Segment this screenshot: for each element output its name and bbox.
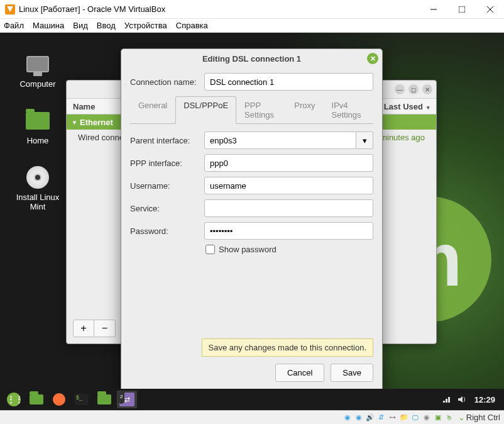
status-shared-folder-icon[interactable]: 📁 [399,413,409,423]
panel-firefox-button[interactable] [49,391,69,408]
folder-icon [30,394,43,404]
parent-interface-dropdown-button[interactable]: ▾ [356,131,373,149]
username-input[interactable] [204,177,373,194]
status-recording-icon[interactable]: ◉ [422,413,432,423]
cancel-button[interactable]: Cancel [275,364,324,382]
monitor-icon [26,56,49,72]
panel-clock[interactable]: 12:29 [469,395,500,404]
taskbar: ⋮⋮ $_ ⇄2 12:29 [0,389,504,410]
dialog-titlebar: Editing DSL connection 1 ✕ [121,49,382,68]
dialog-footer: Cancel Save [121,357,382,391]
vbox-title: Linux [Работает] - Oracle VM VirtualBox [19,4,419,14]
desktop-icon-computer[interactable]: Computer [13,52,63,89]
nc-col-last-used[interactable]: Last Used [384,102,430,111]
network-tray-icon[interactable] [442,394,452,404]
save-button[interactable]: Save [331,364,373,382]
parent-interface-label: Parent interface: [130,136,204,145]
service-input[interactable] [204,199,373,217]
tabs: General DSL/PPPoE PPP Settings Proxy IPv… [130,96,373,124]
dialog-title: Editing DSL connection 1 [202,54,301,64]
cd-icon [26,166,49,189]
menu-help[interactable]: Справка [176,21,208,30]
status-cpu-icon[interactable]: ▣ [433,413,443,423]
nc-add-button[interactable]: + [73,320,94,337]
guest-screen: m Computer Home Install Linux Mint — ◻ ✕… [0,33,504,410]
sort-desc-icon [425,102,430,111]
desktop-label: Install Linux Mint [13,192,63,211]
nc-close-icon[interactable]: ✕ [422,84,432,94]
network-settings-icon: ⇄2 [119,393,134,406]
tab-ppp-settings[interactable]: PPP Settings [236,96,286,124]
ppp-interface-label: PPP interface: [130,159,204,168]
connection-name-input[interactable] [204,73,373,91]
nc-footer: + − [73,320,116,337]
nc-row-last: minutes ago [380,133,425,142]
panel-files2-button[interactable] [94,391,114,408]
status-optical-icon[interactable]: ◉ [354,413,364,423]
panel-files-button[interactable] [26,391,47,408]
status-mouse-icon[interactable]: 🖰 [444,413,454,423]
status-hdd-icon[interactable]: ◉ [342,413,353,423]
menu-devices[interactable]: Устройства [124,21,167,30]
nc-maximize-icon[interactable]: ◻ [408,84,419,94]
panel-network-button[interactable]: ⇄2 [117,391,137,408]
status-network-icon[interactable]: ⇵ [376,413,386,423]
username-label: Username: [130,181,204,191]
folder-icon [26,112,50,130]
svg-rect-1 [459,6,465,13]
minimize-button[interactable] [419,0,447,19]
desktop-icon-home[interactable]: Home [13,108,63,145]
status-usb-icon[interactable]: ⊶ [388,413,398,423]
nc-remove-button[interactable]: − [94,320,116,337]
status-audio-icon[interactable]: 🔊 [365,413,375,423]
vbox-menubar: Файл Машина Вид Ввод Устройства Справка [0,19,504,33]
terminal-icon: $_ [75,394,89,405]
dialog-close-icon[interactable]: ✕ [367,53,378,64]
close-button[interactable] [476,0,504,19]
status-display-icon[interactable]: 🖵 [410,413,420,423]
chevron-down-icon: ▾ [363,136,367,145]
show-password-label: Show password [219,245,277,254]
menu-input[interactable]: Ввод [97,21,116,30]
vbox-icon [5,4,15,14]
menu-machine[interactable]: Машина [33,21,64,30]
service-label: Service: [130,204,204,213]
menu-view[interactable]: Вид [73,21,88,30]
folder-icon [97,394,111,404]
save-tooltip: Save any changes made to this connection… [202,338,374,357]
vbox-titlebar: Linux [Работает] - Oracle VM VirtualBox [0,0,504,19]
vbox-statusbar: ◉ ◉ 🔊 ⇵ ⊶ 📁 🖵 ◉ ▣ 🖰 ⌄Right Ctrl [0,410,504,424]
tab-general[interactable]: General [130,96,175,124]
edit-connection-dialog: Editing DSL connection 1 ✕ Connection na… [121,48,383,391]
desktop-label: Computer [13,79,63,89]
menu-file[interactable]: Файл [4,21,24,30]
start-menu-button[interactable]: ⋮⋮ [4,391,24,408]
parent-interface-input[interactable] [204,131,356,149]
connection-name-label: Connection name: [130,77,204,87]
ppp-interface-input[interactable] [204,154,373,172]
password-label: Password: [130,226,204,236]
maximize-button[interactable] [447,0,476,19]
tab-ipv4-settings[interactable]: IPv4 Settings [324,96,373,124]
tab-proxy[interactable]: Proxy [286,96,323,124]
host-key-indicator[interactable]: ⌄Right Ctrl [458,413,500,422]
desktop-label: Home [13,136,63,145]
firefox-icon [53,393,65,406]
sound-tray-icon[interactable] [457,394,467,404]
password-input[interactable] [204,222,373,240]
show-password-checkbox[interactable] [205,245,215,254]
panel-terminal-button[interactable]: $_ [72,391,92,408]
mint-icon: ⋮⋮ [7,393,21,406]
desktop-icon-install[interactable]: Install Linux Mint [13,165,63,211]
tab-dsl-pppoe[interactable]: DSL/PPPoE [175,96,236,124]
nc-minimize-icon[interactable]: — [395,84,405,94]
